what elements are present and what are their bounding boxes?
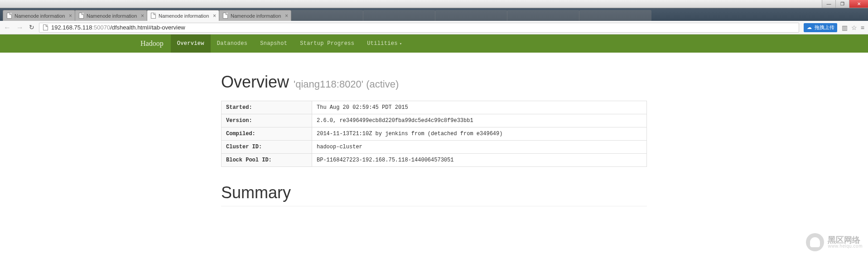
browser-tab[interactable] bbox=[579, 10, 651, 21]
overview-table: Started: Thu Aug 20 02:59:45 PDT 2015 Ve… bbox=[221, 101, 647, 167]
close-icon[interactable]: × bbox=[285, 13, 288, 19]
window-maximize-button[interactable]: ❐ bbox=[835, 0, 849, 8]
nav-snapshot[interactable]: Snapshot bbox=[254, 34, 294, 53]
brand-logo[interactable]: Hadoop bbox=[140, 39, 164, 48]
back-button[interactable]: ← bbox=[4, 24, 11, 32]
table-row: Cluster ID: hadoop-cluster bbox=[222, 141, 647, 154]
nav-overview[interactable]: Overview bbox=[171, 34, 211, 53]
browser-tab[interactable]: Namenode information × bbox=[3, 10, 75, 21]
table-row: Block Pool ID: BP-1168427223-192.168.75.… bbox=[222, 154, 647, 167]
nav-utilities-label: Utilities bbox=[367, 40, 398, 47]
row-key: Started: bbox=[222, 101, 312, 114]
browser-tab[interactable] bbox=[363, 10, 435, 21]
page-icon bbox=[6, 13, 12, 19]
menu-icon[interactable]: ≡ bbox=[861, 24, 864, 31]
close-icon[interactable]: × bbox=[141, 13, 144, 19]
heading-text: Overview bbox=[221, 73, 289, 91]
browser-tab[interactable] bbox=[435, 10, 507, 21]
bookmarks-icon[interactable]: ▥ bbox=[842, 24, 848, 31]
browser-tab[interactable]: Namenode information × bbox=[75, 10, 147, 21]
ext-label: 拖拽上传 bbox=[815, 24, 834, 31]
nav-startup-progress[interactable]: Startup Progress bbox=[294, 34, 361, 53]
row-value: 2014-11-13T21:10Z by jenkins from (detac… bbox=[312, 127, 647, 141]
cloud-upload-icon: ☁ bbox=[806, 24, 813, 31]
row-value: BP-1168427223-192.168.75.118-14400645730… bbox=[312, 154, 647, 167]
os-titlebar: — ❐ ✕ bbox=[0, 0, 868, 8]
app-navbar: Hadoop Overview Datanodes Snapshot Start… bbox=[0, 34, 868, 53]
heading-subtext: 'qiang118:8020' (active) bbox=[294, 78, 399, 90]
table-row: Compiled: 2014-11-13T21:10Z by jenkins f… bbox=[222, 127, 647, 141]
row-value: hadoop-cluster bbox=[312, 141, 647, 154]
browser-tab-strip: Namenode information × Namenode informat… bbox=[0, 8, 868, 21]
browser-toolbar: ← → ↻ 192.168.75.118:50070/dfshealth.htm… bbox=[0, 21, 868, 34]
close-icon[interactable]: × bbox=[69, 13, 72, 19]
tab-title: Namenode information bbox=[14, 13, 67, 19]
tab-title: Namenode information bbox=[231, 13, 283, 19]
page-icon bbox=[78, 13, 84, 19]
main-content: Overview 'qiang118:8020' (active) Starte… bbox=[221, 53, 647, 206]
table-row: Started: Thu Aug 20 02:59:45 PDT 2015 bbox=[222, 101, 647, 114]
reload-button[interactable]: ↻ bbox=[29, 24, 34, 32]
address-bar[interactable]: 192.168.75.118:50070/dfshealth.html#tab-… bbox=[39, 23, 799, 33]
tab-title: Namenode information bbox=[87, 13, 139, 19]
window-close-button[interactable]: ✕ bbox=[849, 0, 868, 8]
table-row: Version: 2.6.0, re3496499ecb8d220fba99dc… bbox=[222, 114, 647, 127]
row-value: 2.6.0, re3496499ecb8d220fba99dc5ed4c99c8… bbox=[312, 114, 647, 127]
browser-tab[interactable] bbox=[507, 10, 579, 21]
tab-title: Namenode information bbox=[159, 13, 211, 19]
browser-tab-active[interactable]: Namenode information × bbox=[147, 10, 219, 21]
nav-datanodes[interactable]: Datanodes bbox=[211, 34, 254, 53]
url-text: 192.168.75.118:50070/dfshealth.html#tab-… bbox=[51, 24, 185, 31]
row-key: Version: bbox=[222, 114, 312, 127]
upload-extension-button[interactable]: ☁ 拖拽上传 bbox=[804, 23, 837, 32]
page-title: Overview 'qiang118:8020' (active) bbox=[221, 73, 647, 92]
browser-tab[interactable]: Namenode information × bbox=[219, 10, 291, 21]
nav-utilities[interactable]: Utilities ▾ bbox=[361, 34, 408, 53]
page-icon bbox=[222, 13, 228, 19]
window-minimize-button[interactable]: — bbox=[822, 0, 835, 8]
browser-tab[interactable] bbox=[291, 10, 363, 21]
row-key: Cluster ID: bbox=[222, 141, 312, 154]
page-icon bbox=[150, 13, 156, 19]
chevron-down-icon: ▾ bbox=[400, 41, 402, 46]
page-icon bbox=[42, 24, 48, 31]
row-key: Block Pool ID: bbox=[222, 154, 312, 167]
star-icon[interactable]: ☆ bbox=[851, 24, 857, 31]
close-icon[interactable]: × bbox=[213, 13, 216, 19]
forward-button[interactable]: → bbox=[16, 24, 24, 32]
row-value: Thu Aug 20 02:59:45 PDT 2015 bbox=[312, 101, 647, 114]
summary-heading: Summary bbox=[221, 183, 647, 206]
row-key: Compiled: bbox=[222, 127, 312, 141]
